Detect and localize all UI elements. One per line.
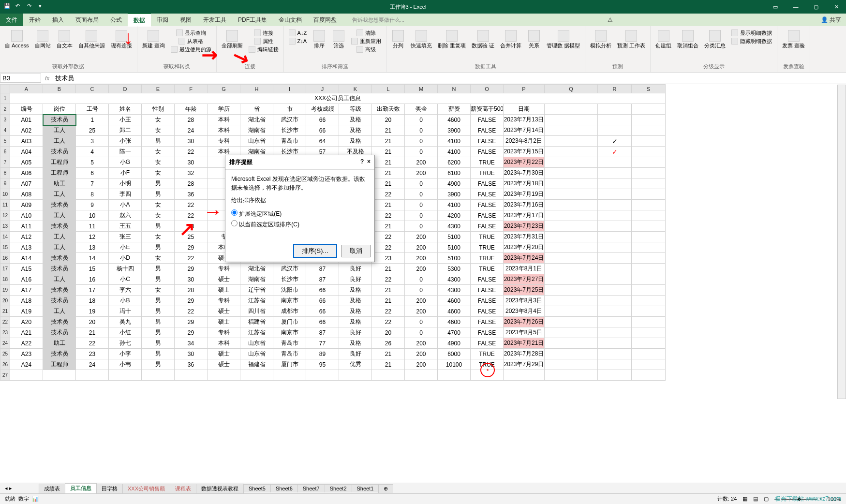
cell[interactable]: 2023年7月22日 bbox=[504, 157, 545, 168]
cell[interactable]: 小王 bbox=[109, 115, 142, 125]
dialog-close-icon[interactable]: × bbox=[367, 158, 371, 165]
cell[interactable]: 湖南省 bbox=[240, 274, 273, 285]
cell[interactable]: 助工 bbox=[43, 178, 76, 189]
cell[interactable]: 及格 bbox=[339, 285, 372, 296]
cell[interactable]: 山东省 bbox=[240, 338, 273, 349]
cell[interactable]: 长沙市 bbox=[273, 274, 306, 285]
cell[interactable]: 22 bbox=[175, 253, 208, 264]
cell[interactable]: TRUE bbox=[471, 242, 504, 253]
cell[interactable]: 技术员 bbox=[43, 147, 76, 157]
cell[interactable]: 21 bbox=[76, 327, 109, 338]
cell[interactable]: 2023年8月1日 bbox=[504, 264, 545, 274]
cell[interactable]: 男 bbox=[142, 242, 175, 253]
cell[interactable]: 工人 bbox=[43, 306, 76, 317]
cell[interactable]: 89 bbox=[306, 349, 339, 359]
cell[interactable]: 硕士 bbox=[208, 359, 240, 370]
cell[interactable]: 女 bbox=[142, 115, 175, 125]
col-性别[interactable]: 性别 bbox=[142, 104, 175, 115]
cell[interactable]: 66 bbox=[306, 306, 339, 317]
row-header-4[interactable]: 4 bbox=[0, 125, 10, 136]
cell[interactable]: 22 bbox=[372, 306, 405, 317]
col-岗位[interactable]: 岗位 bbox=[43, 104, 76, 115]
cell[interactable]: 20 bbox=[76, 317, 109, 327]
extra-cell[interactable] bbox=[598, 306, 632, 317]
cell[interactable]: 4900 bbox=[438, 178, 471, 189]
cell[interactable]: 本科 bbox=[208, 115, 240, 125]
cell[interactable]: 女 bbox=[142, 168, 175, 178]
cell[interactable]: 4100 bbox=[438, 136, 471, 147]
cell[interactable]: 17 bbox=[76, 285, 109, 296]
cell[interactable]: 26 bbox=[372, 338, 405, 349]
cell[interactable]: 小E bbox=[109, 242, 142, 253]
cell[interactable]: 24 bbox=[175, 125, 208, 136]
cell[interactable]: 男 bbox=[142, 189, 175, 200]
cell[interactable]: 21 bbox=[372, 178, 405, 189]
cell[interactable]: 专科 bbox=[208, 327, 240, 338]
cell[interactable]: 5100 bbox=[438, 242, 471, 253]
cell[interactable]: 冯十 bbox=[109, 306, 142, 317]
row-header-10[interactable]: 10 bbox=[0, 189, 10, 200]
filter-opt-清除[interactable]: 清除 bbox=[349, 29, 383, 37]
cell[interactable]: 张三 bbox=[109, 232, 142, 242]
tab-layout[interactable]: 页面布局 bbox=[70, 14, 104, 26]
cell[interactable]: 6100 bbox=[438, 168, 471, 178]
tab-file[interactable]: 文件 bbox=[0, 14, 23, 26]
option-current[interactable]: 以当前选定区域排序(C) bbox=[231, 219, 369, 230]
col-header-I[interactable]: I bbox=[273, 85, 306, 93]
formula-input[interactable] bbox=[53, 74, 846, 82]
cell[interactable]: 200 bbox=[405, 306, 438, 317]
cell[interactable]: A09 bbox=[10, 200, 43, 210]
col-姓名[interactable]: 姓名 bbox=[109, 104, 142, 115]
col-header-M[interactable]: M bbox=[405, 85, 438, 93]
tab-review[interactable]: 审阅 bbox=[151, 14, 174, 26]
cell[interactable]: 0 bbox=[405, 274, 438, 285]
cell[interactable]: 良好 bbox=[339, 274, 372, 285]
col-header-D[interactable]: D bbox=[109, 85, 142, 93]
cell[interactable]: 2023年7月29日 bbox=[504, 359, 545, 370]
cell[interactable]: FALSE bbox=[471, 136, 504, 147]
cell[interactable]: 湖北省 bbox=[240, 115, 273, 125]
cell[interactable]: 20 bbox=[372, 327, 405, 338]
cell[interactable]: 18 bbox=[76, 296, 109, 306]
cell[interactable]: 0 bbox=[405, 189, 438, 200]
extra-cell[interactable] bbox=[598, 285, 632, 296]
sheet-tab-Sheet5[interactable]: Sheet5 bbox=[243, 484, 271, 492]
cell[interactable]: 工程师 bbox=[43, 359, 76, 370]
cell[interactable]: 青岛市 bbox=[273, 136, 306, 147]
sort-az-button[interactable]: A↓Z bbox=[287, 29, 309, 37]
filter-opt-高级[interactable]: 高级 bbox=[349, 45, 383, 53]
cell[interactable]: 工人 bbox=[43, 125, 76, 136]
row-header-6[interactable]: 6 bbox=[0, 147, 10, 157]
cell[interactable]: 3 bbox=[76, 136, 109, 147]
query-opt-从表格[interactable]: 从表格 bbox=[169, 37, 213, 45]
cell[interactable]: 技术员 bbox=[43, 264, 76, 274]
cell[interactable]: 李四 bbox=[109, 189, 142, 200]
cell[interactable]: 4600 bbox=[438, 115, 471, 125]
cell[interactable]: FALSE bbox=[471, 200, 504, 210]
cell[interactable]: 2023年7月24日 bbox=[504, 253, 545, 264]
cell[interactable]: 13 bbox=[76, 242, 109, 253]
cell[interactable]: 湖北省 bbox=[240, 264, 273, 274]
row-header-14[interactable]: 14 bbox=[0, 232, 10, 242]
cell[interactable]: 200 bbox=[405, 232, 438, 242]
cell[interactable]: 工人 bbox=[43, 274, 76, 285]
tab-data[interactable]: 数据 bbox=[128, 13, 151, 27]
cell[interactable]: 女 bbox=[142, 125, 175, 136]
col-header-S[interactable]: S bbox=[632, 85, 666, 93]
cell[interactable]: 36 bbox=[175, 189, 208, 200]
cell[interactable]: 2023年7月17日 bbox=[504, 210, 545, 221]
outline-创建组[interactable]: 创建组 bbox=[653, 29, 673, 50]
cell[interactable]: 66 bbox=[306, 296, 339, 306]
cell[interactable]: 29 bbox=[175, 264, 208, 274]
dialog-cancel-button[interactable]: 取消 bbox=[341, 245, 371, 257]
cell[interactable]: 12 bbox=[76, 232, 109, 242]
col-奖金[interactable]: 奖金 bbox=[405, 104, 438, 115]
cell[interactable]: A14 bbox=[10, 253, 43, 264]
cell[interactable]: 30 bbox=[175, 136, 208, 147]
spreadsheet-grid[interactable]: ABCDEFGHIJKLMNOPQRS1XXX公司员工信息2编号岗位工号姓名性别… bbox=[0, 84, 846, 408]
tab-formula[interactable]: 公式 bbox=[104, 14, 128, 26]
cell[interactable]: 及格 bbox=[339, 136, 372, 147]
row-header-11[interactable]: 11 bbox=[0, 200, 10, 210]
cell[interactable]: TRUE bbox=[471, 157, 504, 168]
cell[interactable]: 4300 bbox=[438, 274, 471, 285]
